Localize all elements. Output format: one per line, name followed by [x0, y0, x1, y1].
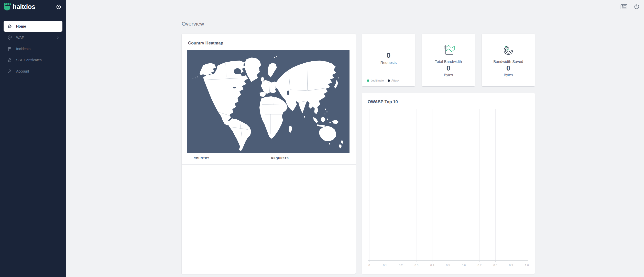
chevron-right-icon	[56, 36, 59, 39]
sidebar-item-ssl-certificates[interactable]: SSL Certificates	[4, 54, 62, 65]
total-bandwidth-stat-card: Total Bandwidth 0 Bytes	[422, 34, 475, 86]
legend-label: Attack	[391, 79, 399, 82]
owasp-top10-card: OWASP Top 10	[362, 93, 535, 274]
x-tick-label: 0	[368, 264, 370, 267]
sidebar-item-waf[interactable]: WAF	[4, 32, 62, 43]
heatmap-table-header: COUNTRY REQUESTS	[182, 153, 356, 165]
home-icon	[7, 24, 12, 29]
legend-label: Legitimate	[371, 79, 384, 82]
user-icon	[7, 69, 12, 74]
page-title: Overview	[182, 0, 535, 27]
haltdos-fist-logo-icon	[3, 3, 11, 11]
logo-row: haltdos	[0, 0, 66, 11]
region-japan	[334, 80, 338, 89]
legend-item-attack: Attack	[388, 79, 399, 82]
region-south-america	[228, 119, 251, 151]
region-scandinavia	[268, 63, 277, 77]
flag-icon	[7, 47, 12, 51]
x-tick-label: 0.8	[493, 264, 497, 267]
topbar-actions	[620, 4, 640, 9]
brand-name: haltdos	[13, 3, 55, 11]
region-madagascar	[289, 125, 292, 133]
news-card-icon[interactable]	[620, 4, 627, 9]
sidebar-item-label: WAF	[16, 36, 24, 40]
stats-row: 0 Requests Legitimate Attack	[362, 34, 535, 86]
attack-dot-icon	[388, 79, 390, 82]
region-alaska	[200, 63, 216, 75]
region-africa	[259, 96, 288, 139]
world-map-svg	[187, 50, 350, 153]
area-chart-icon	[442, 44, 455, 56]
sidebar: haltdos Home WAF	[0, 0, 66, 277]
bandwidth-saved-unit: Bytes	[504, 73, 513, 77]
x-tick-label: 0.9	[509, 264, 513, 267]
bandwidth-saved-value: 0	[506, 64, 510, 72]
legitimate-dot-icon	[367, 79, 369, 82]
sidebar-item-label: Incidents	[16, 47, 30, 51]
sidebar-item-incidents[interactable]: Incidents	[4, 43, 62, 54]
column-header-country: COUNTRY	[194, 157, 209, 160]
x-tick-label: 0.3	[414, 264, 418, 267]
sidebar-toggle-target-icon[interactable]	[55, 4, 62, 10]
right-column: 0 Requests Legitimate Attack	[362, 34, 535, 274]
bandwidth-saved-stat-card: Bandwidth Saved 0 Bytes	[482, 34, 535, 86]
radar-spiral-icon	[503, 44, 514, 56]
haltdos-dashboard: { "brand": { "name": "haltdos" }, "sideb…	[0, 0, 644, 277]
content-column: Overview Country Heatmap	[182, 0, 535, 274]
requests-label: Requests	[362, 60, 415, 65]
power-logout-icon[interactable]	[634, 4, 640, 9]
x-tick-label: 0.1	[383, 264, 387, 267]
x-tick-label: 0.2	[399, 264, 403, 267]
sidebar-item-account[interactable]: Account	[4, 66, 62, 77]
requests-value: 0	[362, 34, 415, 60]
x-tick-label: 0.5	[446, 264, 450, 267]
x-tick-label: 0.7	[478, 264, 482, 267]
x-tick-label: 0.6	[462, 264, 466, 267]
sidebar-item-label: Account	[16, 69, 29, 73]
x-tick-label: 0.4	[430, 264, 434, 267]
sidebar-nav: Home WAF Incident	[0, 21, 66, 77]
owasp-empty-chart: 0 0.1 0.2 0.3 0.4 0.5 0.6 0.7 0.8 0.9 1.…	[369, 109, 527, 261]
bandwidth-saved-label: Bandwidth Saved	[493, 59, 523, 64]
country-heatmap-card: Country Heatmap	[182, 34, 356, 274]
sidebar-item-home[interactable]: Home	[4, 21, 62, 32]
lock-icon	[7, 58, 12, 62]
region-australia	[319, 126, 336, 141]
main-content: Overview Country Heatmap	[66, 0, 644, 277]
total-bandwidth-unit: Bytes	[444, 73, 453, 77]
requests-legend: Legitimate Attack	[367, 79, 399, 82]
sidebar-item-label: SSL Certificates	[16, 58, 42, 62]
column-header-requests: REQUESTS	[271, 157, 289, 160]
legend-item-legitimate: Legitimate	[367, 79, 384, 82]
requests-stat-card: 0 Requests Legitimate Attack	[362, 34, 415, 86]
shield-check-icon	[7, 35, 12, 40]
total-bandwidth-value: 0	[446, 64, 450, 72]
total-bandwidth-label: Total Bandwidth	[435, 59, 462, 64]
x-tick-label: 1.0	[525, 264, 529, 267]
heatmap-card-title: Country Heatmap	[188, 41, 223, 45]
world-map	[187, 50, 350, 153]
owasp-card-title: OWASP Top 10	[368, 99, 398, 104]
sidebar-item-label: Home	[16, 24, 26, 28]
